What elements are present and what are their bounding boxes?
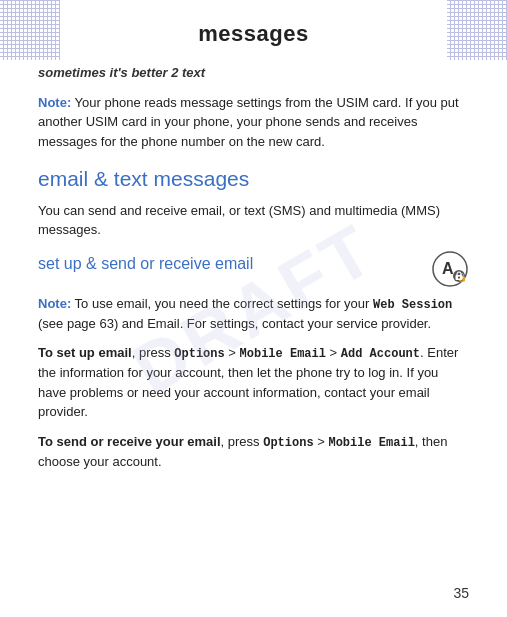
web-session-label: Web Session [373,298,452,312]
page-number: 35 [453,583,469,603]
subtitle: sometimes it's better 2 text [38,64,469,83]
page-title: messages [38,0,469,64]
note2-label: Note: [38,296,71,311]
instruction1-bold: To set up email [38,345,132,360]
instruction2-bold: To send or receive your email [38,434,221,449]
note1-text: Your phone reads message settings from t… [38,95,459,149]
arrow1: > [225,345,240,360]
instruction2-text: , press [221,434,264,449]
options2-label: Options [263,436,313,450]
page-container: DRAFT messages sometimes it's better 2 t… [0,0,507,617]
content-area: messages sometimes it's better 2 text No… [38,0,469,471]
note-block-2: Note: To use email, you need the correct… [38,294,469,334]
note1-label: Note: [38,95,71,110]
section1-body: You can send and receive email, or text … [38,201,469,240]
arrow3: > [314,434,329,449]
mobile-email2-label: Mobile Email [328,436,414,450]
instruction2: To send or receive your email, press Opt… [38,432,469,472]
note2-text: To use email, you need the correct setti… [71,296,373,311]
section2-heading: set up & send or receive email [38,254,421,275]
mobile-email1-label: Mobile Email [240,347,326,361]
instruction1: To set up email, press Options > Mobile … [38,343,469,422]
arrow2: > [326,345,341,360]
email-settings-icon: A 🔒 [431,250,469,288]
note-block-1: Note: Your phone reads message settings … [38,93,469,152]
options1-label: Options [174,347,224,361]
svg-text:A: A [442,260,454,277]
note2-text2: (see page 63) and Email. For settings, c… [38,316,431,331]
instruction1-text: , press [132,345,175,360]
svg-rect-5 [458,276,460,278]
add-account-label: Add Account [341,347,420,361]
section1-heading: email & text messages [38,165,469,192]
section2-heading-container: set up & send or receive email A 🔒 [38,254,469,288]
